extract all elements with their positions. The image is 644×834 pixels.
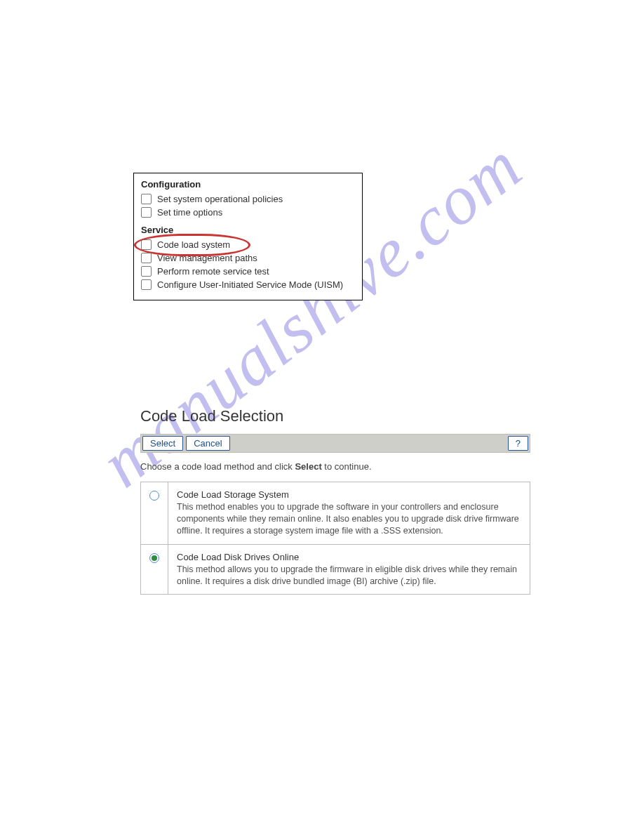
checkbox-icon[interactable]: [141, 253, 152, 263]
checkbox-icon[interactable]: [141, 266, 152, 277]
option-title: Code Load Storage System: [177, 489, 521, 500]
instructions-bold: Select: [295, 461, 321, 472]
radio-option-storage-system[interactable]: [149, 491, 159, 501]
instructions-suffix: to continue.: [322, 461, 372, 472]
instructions-prefix: Choose a code load method and click: [140, 461, 295, 472]
code-load-selection-panel: Code Load Selection Select Cancel ? Choo…: [140, 407, 530, 595]
radio-cell: [141, 544, 168, 595]
table-row: Code Load Disk Drives Online This method…: [141, 544, 530, 595]
radio-cell: [141, 482, 168, 545]
service-item[interactable]: Configure User-Initiated Service Mode (U…: [141, 279, 355, 290]
config-item[interactable]: Set time options: [141, 207, 355, 218]
cancel-button[interactable]: Cancel: [186, 436, 229, 451]
service-item-code-load-system[interactable]: Code load system: [141, 239, 355, 250]
config-item[interactable]: Set system operational policies: [141, 194, 355, 204]
service-item-label: Perform remote service test: [157, 266, 269, 277]
options-table: Code Load Storage System This method ena…: [140, 482, 530, 595]
option-title: Code Load Disk Drives Online: [177, 552, 521, 562]
service-item-label: Code load system: [157, 239, 230, 250]
service-item[interactable]: Perform remote service test: [141, 266, 355, 277]
checkbox-icon[interactable]: [141, 194, 152, 204]
configuration-heading: Configuration: [141, 179, 355, 190]
table-row: Code Load Storage System This method ena…: [141, 482, 530, 545]
service-item-label: Configure User-Initiated Service Mode (U…: [157, 279, 343, 290]
checkbox-icon[interactable]: [141, 207, 152, 218]
service-item[interactable]: View management paths: [141, 253, 355, 263]
toolbar: Select Cancel ?: [140, 434, 530, 453]
option-description: This method enables you to upgrade the s…: [177, 501, 521, 537]
service-item-label: View management paths: [157, 253, 257, 263]
checkbox-icon[interactable]: [141, 239, 152, 250]
help-button[interactable]: ?: [508, 436, 528, 451]
checkbox-icon[interactable]: [141, 279, 152, 290]
select-button[interactable]: Select: [142, 436, 183, 451]
config-item-label: Set time options: [157, 207, 222, 218]
page-title: Code Load Selection: [140, 407, 530, 425]
option-description: This method allows you to upgrade the fi…: [177, 564, 521, 588]
option-content: Code Load Disk Drives Online This method…: [168, 544, 530, 595]
radio-option-disk-drives-online[interactable]: [149, 553, 159, 563]
option-content: Code Load Storage System This method ena…: [168, 482, 530, 545]
configuration-service-panel: Configuration Set system operational pol…: [133, 173, 363, 300]
instructions-text: Choose a code load method and click Sele…: [140, 461, 530, 472]
service-heading: Service: [141, 225, 355, 235]
config-item-label: Set system operational policies: [157, 194, 283, 204]
